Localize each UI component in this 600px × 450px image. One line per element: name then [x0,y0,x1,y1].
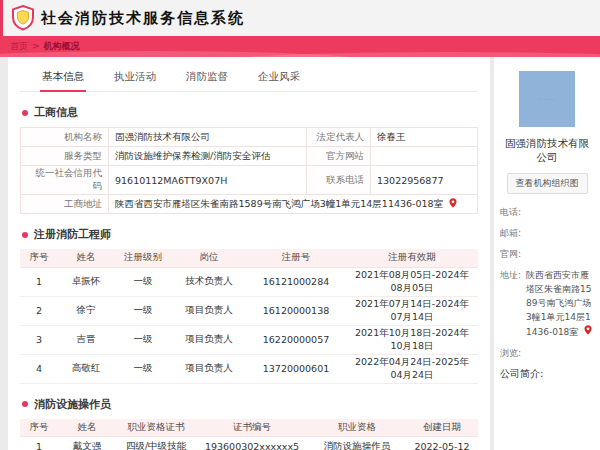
location-pin-icon[interactable] [584,325,592,340]
breadcrumb-separator: > [32,41,40,51]
column-header: 注册级别 [114,249,172,267]
tab-2[interactable]: 执业活动 [112,65,158,91]
section-title-text: 工商信息 [34,105,78,120]
column-header: 注册号 [246,249,346,267]
operators-header-row: 序号姓名职业资格证书证书编号职业资格创建日期 [20,419,478,437]
table-cell: 2021年07月14日-2024年07月14日 [346,296,478,325]
table-cell: 一级 [114,267,172,296]
engineers-table: 序号姓名注册级别岗位注册号注册有效期 1卓振怀一级技术负责人1612100028… [20,249,478,384]
engineers-header-row: 序号姓名注册级别岗位注册号注册有效期 [20,249,478,267]
table-cell: 卓振怀 [58,267,114,296]
breadcrumb: 首页>机构概况 [10,40,80,53]
company-intro-label: 公司简介: [500,367,594,381]
sidebar-field-value: 陕西省西安市雁塔区朱雀南路1589号南飞鸿广场3幢1单元14层11436-018… [526,269,594,340]
field-label: 服务类型 [21,147,109,166]
table-cell: 一级 [114,296,172,325]
app-title: 社会消防技术服务信息系统 [41,9,245,28]
sidebar-field: 浏览: [500,347,594,361]
table-cell: 16121000284 [246,267,346,296]
business-info-row: 服务类型消防设施维护保养检测/消防安全评估官方网站 [21,147,478,166]
field-label: 官方网站 [307,147,371,166]
field-value: 固强消防技术有限公司 [109,128,307,147]
sidebar-field-value [526,206,594,220]
field-label: 统一社会信用代码 [21,166,109,195]
tab-4[interactable]: 企业风采 [256,65,302,91]
table-cell: 吉晋 [58,325,114,354]
section-title-text: 消防设施操作员 [34,397,111,412]
sidebar-fields: 电话:邮箱:官网:地址:陕西省西安市雁塔区朱雀南路1589号南飞鸿广场3幢1单元… [500,206,594,360]
field-value: 徐春王 [371,128,478,147]
table-cell: 2021年10月18日-2024年10月18日 [346,325,478,354]
sidebar-field-label: 官网: [500,248,526,262]
column-header: 序号 [20,419,58,437]
column-header: 职业资格 [308,419,406,437]
section-title-text: 注册消防工程师 [34,227,111,242]
business-info-row: 机构名称固强消防技术有限公司法定代表人徐春王 [21,128,478,147]
company-logo-watermark: ·· ···· [538,96,556,102]
breadcrumb-home[interactable]: 首页 [10,41,28,51]
shield-logo-icon [11,5,35,31]
table-cell: 戴文强 [58,437,116,450]
table-row: 3吉晋一级项目负责人162200000572021年10月18日-2024年10… [20,325,478,354]
table-cell: 消防设施操作员 [308,437,406,450]
sidebar-field-value [526,227,594,241]
location-pin-icon[interactable] [449,198,457,210]
table-cell: 项目负责人 [172,296,246,325]
field-label: 工商地址 [21,195,109,214]
section-engineers: 注册消防工程师 [22,227,478,242]
sidebar-field: 邮箱: [500,227,594,241]
field-value: 13022956877 [371,166,478,195]
table-cell: 2 [20,296,58,325]
column-header: 创建日期 [406,419,478,437]
table-cell: 四级/中级技能 [116,437,196,450]
table-cell: 16220000057 [246,325,346,354]
table-cell: 2021年08月05日-2024年08月05日 [346,267,478,296]
company-logo: ·· ···· [519,71,575,127]
table-cell: 1 [20,437,58,450]
section-bullet-icon [22,232,28,238]
field-label: 联系电话 [307,166,371,195]
operators-table: 序号姓名职业资格证书证书编号职业资格创建日期 1戴文强四级/中级技能193600… [20,419,478,450]
field-value: 消防设施维护保养检测/消防安全评估 [109,147,307,166]
table-cell: 4 [20,354,58,383]
company-sidebar: ·· ···· 固强消防技术有限公司 查看机构组织图 电话:邮箱:官网:地址:陕… [494,57,600,450]
table-row: 1戴文强四级/中级技能193600302xxxxxx5消防设施操作员2022-0… [20,437,478,450]
sidebar-field: 官网: [500,248,594,262]
table-cell: 13720000601 [246,354,346,383]
sidebar-field-value [526,347,594,361]
table-cell: 项目负责人 [172,325,246,354]
table-cell: 徐宁 [58,296,114,325]
column-header: 注册有效期 [346,249,478,267]
column-header: 证书编号 [196,419,308,437]
sidebar-field: 地址:陕西省西安市雁塔区朱雀南路1589号南飞鸿广场3幢1单元14层11436-… [500,269,594,340]
section-business-info: 工商信息 [22,105,478,120]
column-header: 姓名 [58,249,114,267]
table-cell: 一级 [114,325,172,354]
table-cell: 2022年04月24日-2025年04月24日 [346,354,478,383]
table-cell: 16120000138 [246,296,346,325]
sidebar-field-value [526,248,594,262]
business-address-row: 工商地址陕西省西安市雁塔区朱雀南路1589号南飞鸿广场3幢1单元14层11436… [21,195,478,214]
sidebar-field-label: 邮箱: [500,227,526,241]
column-header: 序号 [20,249,58,267]
main-layout: 基本信息执业活动消防监督企业风采 工商信息 机构名称固强消防技术有限公司法定代表… [0,57,600,450]
table-cell: 技术负责人 [172,267,246,296]
column-header: 岗位 [172,249,246,267]
company-name: 固强消防技术有限公司 [500,137,594,165]
address-value: 陕西省西安市雁塔区朱雀南路1589号南飞鸿广场3幢1单元14层11436-018… [109,195,478,214]
section-bullet-icon [22,401,28,407]
table-cell: 2022-05-12 [406,437,478,450]
table-row: 2徐宁一级项目负责人161200001382021年07月14日-2024年07… [20,296,478,325]
field-value: 91610112MA6TT9X07H [109,166,307,195]
field-label: 法定代表人 [307,128,371,147]
table-cell: 一级 [114,354,172,383]
section-bullet-icon [22,110,28,116]
tab-1[interactable]: 基本信息 [40,65,86,92]
sidebar-field: 电话: [500,206,594,220]
business-info-table: 机构名称固强消防技术有限公司法定代表人徐春王服务类型消防设施维护保养检测/消防安… [20,127,478,214]
view-org-chart-button[interactable]: 查看机构组织图 [507,173,588,194]
column-header: 职业资格证书 [116,419,196,437]
sidebar-field-label: 地址: [500,269,526,340]
tab-3[interactable]: 消防监督 [184,65,230,91]
column-header: 姓名 [58,419,116,437]
